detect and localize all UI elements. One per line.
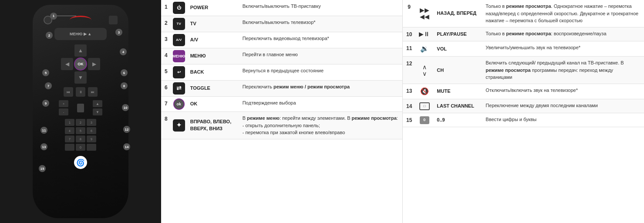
label-4: 4: [120, 48, 127, 55]
row-name: PLAY/PAUSE: [433, 27, 481, 41]
table-row: 6 ⇄ TOGGLE Переключить режим меню / режи…: [161, 81, 402, 97]
row-name: BACK: [187, 64, 239, 81]
row-num: 4: [161, 48, 171, 64]
row-name: 0..9: [433, 113, 481, 127]
row-num: 9: [403, 0, 415, 27]
ok-icon: ok: [173, 98, 185, 110]
table-row: 5 ↩ BACK Вернуться в предыдущее состояни…: [161, 64, 402, 81]
back-icon: ↩: [173, 66, 185, 78]
row-num: 10: [403, 27, 415, 41]
row-desc: Только в режиме просмотра. Однократное н…: [481, 0, 644, 27]
menu-icon: МЕНЮ: [173, 50, 185, 62]
arrows-icon-cell: ✦: [171, 112, 187, 139]
label-6: 6: [121, 69, 128, 76]
arrows-icon: ✦: [173, 119, 185, 132]
table-row: 15 0 0..9 Ввести цифры и буквы: [403, 113, 644, 127]
row-name: LAST CHANNEL: [433, 99, 481, 113]
row-num: 11: [403, 41, 415, 57]
row-name: ВПРАВО, ВЛЕВО, ВВЕРХ, ВНИЗ: [187, 112, 239, 139]
lastchannel-icon-cell: □: [415, 99, 433, 113]
row-name: TV: [187, 16, 239, 32]
row-desc: Переключить видеовыход телевизора*: [239, 32, 402, 48]
label-11: 11: [40, 127, 47, 134]
ok-icon-cell: ok: [171, 97, 187, 112]
row-name: MUTE: [433, 84, 481, 99]
row-num: 6: [161, 81, 171, 97]
row-name: VOL: [433, 41, 481, 57]
toggle-icon: ⇄: [173, 82, 185, 95]
tv-icon: TV: [173, 18, 185, 30]
av-icon-cell: A/V: [171, 32, 187, 48]
label-7: 7: [45, 82, 52, 89]
row-num: 14: [403, 99, 415, 113]
row-desc: Вернуться в предыдущее состояние: [239, 64, 402, 81]
row-desc: Включить/выключить ТВ-приставку: [239, 0, 402, 16]
table-row: 1 ⏻ POWER Включить/выключить ТВ-приставк…: [161, 0, 402, 16]
right-column: 9 ▶▶ ◀◀ НАЗАД, ВПЕРЕД Только в режиме пр…: [403, 0, 644, 223]
av-icon: A/V: [173, 34, 185, 46]
table-row: 8 ✦ ВПРАВО, ВЛЕВО, ВВЕРХ, ВНИЗ В режиме …: [161, 112, 402, 139]
row-name: OK: [187, 97, 239, 112]
row-desc: Переключить режим меню / режим просмотра: [239, 81, 402, 97]
row-num: 15: [403, 113, 415, 127]
row-num: 5: [161, 64, 171, 81]
row-name: МЕНЮ: [187, 48, 239, 64]
table-row: 14 □ LAST CHANNEL Переключение между дву…: [403, 99, 644, 113]
table-row: 9 ▶▶ ◀◀ НАЗАД, ВПЕРЕД Только в режиме пр…: [403, 0, 644, 27]
table-row: 10 ▶⏸ PLAY/PAUSE Только в режиме просмот…: [403, 27, 644, 41]
mute-icon-cell: 🔇: [415, 84, 433, 99]
label-9: 9: [42, 100, 49, 107]
row-num: 7: [161, 97, 171, 112]
row-name: POWER: [187, 0, 239, 16]
row-name: TOGGLE: [187, 81, 239, 97]
vol-icon-cell: 🔉: [415, 41, 433, 57]
row-desc: Включить/выключить телевизор*: [239, 16, 402, 32]
row-desc: Только в режиме просмотра: воспроизведен…: [481, 27, 644, 41]
label-14: 14: [123, 143, 130, 150]
row-desc: Переключение между двумя последним канал…: [481, 99, 644, 113]
row-desc: Ввести цифры и буквы: [481, 113, 644, 127]
table-row: 13 🔇 MUTE Отключить/включить звук на тел…: [403, 84, 644, 99]
label-2: 2: [46, 32, 53, 39]
playpause-icon-cell: ▶⏸: [415, 27, 433, 41]
row-desc: Отключить/включить звук на телевизоре*: [481, 84, 644, 99]
table-row: 7 ok OK Подтверждение выбора: [161, 97, 402, 112]
row-name: CH: [433, 57, 481, 84]
table-row: 3 A/V A/V Переключить видеовыход телевиз…: [161, 32, 402, 48]
ff-icon-cell: ▶▶ ◀◀: [415, 0, 433, 27]
zero-icon-cell: 0: [415, 113, 433, 127]
row-name: НАЗАД, ВПЕРЕД: [433, 0, 481, 27]
row-desc: Включить следующий/ предыдущий канал на …: [481, 57, 644, 84]
label-10: 10: [122, 104, 129, 111]
ch-icon-cell: ∧ ∨: [415, 57, 433, 84]
row-num: 12: [403, 57, 415, 84]
label-8: 8: [121, 82, 128, 89]
left-column: 1 ⏻ POWER Включить/выключить ТВ-приставк…: [161, 0, 403, 223]
label-1: 1: [50, 13, 57, 20]
label-12: 12: [123, 126, 130, 133]
label-15: 15: [39, 165, 46, 172]
row-desc: Увеличить/уменьшить звук на телевизоре*: [481, 41, 644, 57]
left-table: 1 ⏻ POWER Включить/выключить ТВ-приставк…: [161, 0, 402, 139]
power-icon-cell: ⏻: [171, 0, 187, 16]
row-num: 3: [161, 32, 171, 48]
table-row: 4 МЕНЮ МЕНЮ Перейти в главное меню: [161, 48, 402, 64]
row-name: A/V: [187, 32, 239, 48]
back-icon-cell: ↩: [171, 64, 187, 81]
remote-section: 1 2 3 4 5 6 7 8 9 10 11: [0, 0, 161, 223]
menu-icon-cell: МЕНЮ: [171, 48, 187, 64]
row-num: 2: [161, 16, 171, 32]
row-desc: В режиме меню: перейти между элементами.…: [239, 112, 402, 139]
toggle-icon-cell: ⇄: [171, 81, 187, 97]
power-icon: ⏻: [173, 2, 185, 14]
remote-image: 1 2 3 4 5 6 7 8 9 10 11: [33, 5, 128, 218]
table-row: 2 TV TV Включить/выключить телевизор*: [161, 16, 402, 32]
row-num: 8: [161, 112, 171, 139]
label-3: 3: [115, 29, 122, 36]
tv-icon-cell: TV: [171, 16, 187, 32]
instructions-table: 1 ⏻ POWER Включить/выключить ТВ-приставк…: [161, 0, 644, 223]
row-num: 1: [161, 0, 171, 16]
row-desc: Перейти в главное меню: [239, 48, 402, 64]
table-row: 12 ∧ ∨ CH Включить следующий/ предыдущий…: [403, 57, 644, 84]
label-5: 5: [42, 69, 49, 76]
